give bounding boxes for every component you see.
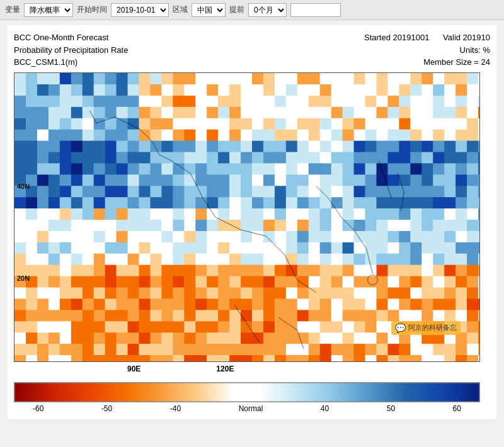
region-select[interactable]: 中国	[192, 3, 226, 17]
lat-label-20n: 20N	[17, 274, 30, 282]
lat-label-40n: 40N	[17, 183, 30, 190]
variable-select[interactable]: 降水概率	[24, 3, 73, 17]
extra-input[interactable]	[290, 3, 341, 17]
variable-label: 变量	[5, 4, 20, 15]
cb-label-normal: Normal	[239, 404, 263, 413]
toolbar: 变量 降水概率 开始时间 2019-10-01 区域 中国 提前 0个月	[0, 0, 504, 20]
cb-label-60: 60	[453, 404, 461, 413]
chart-info: Started 20191001 Valid 201910 Units: % M…	[364, 31, 490, 69]
watermark-text: 阿京的科研备忘	[408, 323, 457, 332]
cb-label-neg50: -50	[101, 404, 112, 413]
colorbar-section: -60 -50 -40 Normal 40 50 60	[14, 382, 480, 413]
info-valid: Valid 201910	[443, 33, 490, 42]
cb-label-neg40: -40	[170, 404, 181, 413]
start-time-label: 开始时间	[77, 4, 107, 15]
watermark: 💬 阿京的科研备忘	[391, 321, 461, 335]
map-canvas	[14, 73, 479, 361]
cb-label-40: 40	[321, 404, 329, 413]
title-line2: Probability of Precipitation Rate	[14, 44, 128, 57]
info-started: Started 20191001	[364, 33, 429, 42]
colorbar-canvas	[14, 382, 480, 402]
x-axis: 90E 120E	[14, 362, 480, 376]
region-label: 区域	[173, 4, 188, 15]
info-member: Member Size = 24	[364, 56, 490, 69]
info-started-valid: Started 20191001 Valid 201910	[364, 31, 490, 44]
map-container: 40N 20N 💬 阿京的科研备忘	[14, 72, 480, 362]
title-line3: BCC_CSM1.1(m)	[14, 56, 128, 69]
info-units: Units: %	[364, 44, 490, 57]
lon-label-90e: 90E	[127, 365, 140, 373]
lead-label: 提前	[229, 4, 244, 15]
main-content: BCC One-Month Forecast Probability of Pr…	[8, 25, 496, 419]
lead-select[interactable]: 0个月	[248, 3, 287, 17]
chart-title: BCC One-Month Forecast Probability of Pr…	[14, 31, 128, 69]
cb-label-50: 50	[387, 404, 395, 413]
start-time-select[interactable]: 2019-10-01	[111, 3, 169, 17]
lon-label-120e: 120E	[216, 365, 234, 373]
chart-header: BCC One-Month Forecast Probability of Pr…	[14, 31, 490, 69]
title-line1: BCC One-Month Forecast	[14, 31, 128, 44]
cb-label-neg60: -60	[33, 404, 43, 413]
colorbar-labels: -60 -50 -40 Normal 40 50 60	[33, 404, 461, 413]
